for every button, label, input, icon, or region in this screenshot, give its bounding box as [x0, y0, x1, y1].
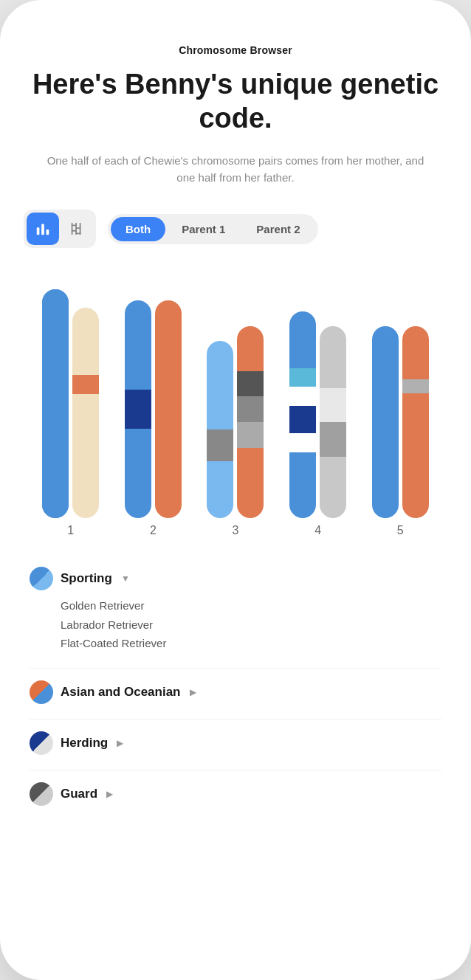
chromosome-pair-5 — [372, 326, 429, 518]
herding-icon — [30, 731, 53, 755]
chromosome-group-3: 3 — [207, 326, 264, 537]
chromosome-pair-2 — [125, 300, 182, 518]
bar-chart-icon — [35, 221, 51, 237]
legend-group-herding-header[interactable]: Herding ▶ — [30, 731, 441, 755]
svg-rect-2 — [47, 230, 49, 235]
bar-chart-icon-button[interactable] — [27, 213, 59, 245]
icon-toggle-group — [24, 210, 96, 248]
header-label: Chromosome Browser — [24, 44, 447, 56]
chrom-label-3: 3 — [233, 524, 239, 537]
chrom-label-4: 4 — [314, 524, 321, 537]
asian-chevron: ▶ — [190, 687, 196, 697]
guard-title: Guard — [61, 787, 97, 801]
legend-section: Sporting ▼ Golden Retriever Labrador Ret… — [24, 567, 447, 806]
chrom-label-2: 2 — [150, 524, 157, 537]
herding-title: Herding — [61, 736, 108, 750]
sporting-icon — [30, 567, 53, 590]
legend-group-sporting: Sporting ▼ Golden Retriever Labrador Ret… — [30, 567, 441, 653]
chrom-label-5: 5 — [397, 524, 404, 537]
subtitle: One half of each of Chewie's chromosome … — [24, 153, 447, 186]
chrom-label-1: 1 — [67, 524, 74, 537]
chromosome-pair-3 — [207, 326, 264, 518]
chromosome-group-1: 1 — [42, 289, 99, 537]
both-button[interactable]: Both — [111, 217, 165, 241]
svg-rect-3 — [72, 223, 73, 235]
chromosome-pair-1 — [42, 289, 99, 518]
asian-title: Asian and Oceanian — [61, 685, 181, 700]
divider-2 — [30, 719, 441, 720]
legend-group-sporting-header[interactable]: Sporting ▼ — [30, 567, 441, 590]
svg-rect-6 — [72, 225, 77, 227]
legend-group-guard: Guard ▶ — [30, 782, 441, 806]
legend-group-guard-header[interactable]: Guard ▶ — [30, 782, 441, 806]
divider-3 — [30, 770, 441, 770]
main-title: Here's Benny's unique genetic code. — [24, 68, 447, 135]
svg-rect-7 — [75, 227, 80, 229]
herding-chevron: ▶ — [117, 738, 123, 748]
sporting-title: Sporting — [61, 571, 112, 586]
view-toggle-group: Both Parent 1 Parent 2 — [108, 214, 318, 244]
svg-rect-8 — [72, 230, 77, 232]
legend-item-labrador: Labrador Retriever — [61, 615, 441, 635]
chromosome-group-2: 2 — [125, 300, 182, 537]
parent2-button[interactable]: Parent 2 — [241, 217, 314, 241]
guard-chevron: ▶ — [106, 789, 113, 799]
legend-group-herding: Herding ▶ — [30, 731, 441, 755]
parent1-button[interactable]: Parent 1 — [167, 217, 240, 241]
legend-group-asian: Asian and Oceanian ▶ — [30, 680, 441, 704]
svg-rect-9 — [75, 233, 80, 235]
asian-icon — [30, 680, 53, 704]
svg-rect-0 — [37, 227, 40, 235]
controls-row: Both Parent 1 Parent 2 — [24, 210, 447, 248]
chromosomes-container: 1 2 — [24, 272, 447, 537]
dna-icon — [69, 221, 85, 237]
sporting-chevron: ▼ — [121, 573, 130, 584]
sporting-items: Golden Retriever Labrador Retriever Flat… — [30, 596, 441, 653]
svg-rect-1 — [41, 224, 44, 235]
dna-icon-button[interactable] — [61, 213, 93, 245]
chromosome-group-5: 5 — [372, 326, 429, 537]
legend-item-golden: Golden Retriever — [61, 596, 441, 615]
chromosome-group-4: 4 — [289, 311, 346, 537]
chromosome-pair-4 — [289, 311, 346, 518]
guard-icon — [30, 782, 53, 806]
legend-item-flatcoated: Flat-Coated Retriever — [61, 634, 441, 653]
legend-group-asian-header[interactable]: Asian and Oceanian ▶ — [30, 680, 441, 704]
divider-1 — [30, 668, 441, 669]
